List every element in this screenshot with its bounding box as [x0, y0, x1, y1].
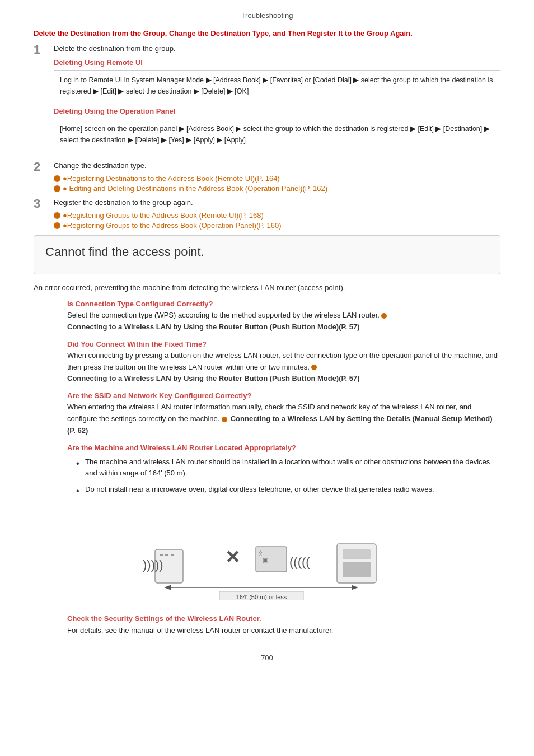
faq1-body: Select the connection type (WPS) accordi…	[67, 310, 500, 333]
check-security: Check the Security Settings of the Wirel…	[67, 614, 500, 637]
router-port3	[171, 554, 174, 556]
faq3-body: When entering the wireless LAN router in…	[67, 402, 500, 436]
step3-content: Register the destination to the group ag…	[54, 198, 500, 230]
step3-number: 3	[34, 197, 54, 211]
faq3: Are the SSID and Network Key Configured …	[67, 391, 500, 436]
printer-body	[343, 562, 371, 577]
faq4-bullet1: The machine and wireless LAN router shou…	[76, 456, 500, 480]
step2-link2[interactable]: ● Editing and Deleting Destinations in t…	[54, 184, 500, 193]
faq1: Is Connection Type Configured Correctly?…	[67, 300, 500, 333]
operation-panel-title: Deleting Using the Operation Panel	[54, 107, 500, 115]
step1-content: Delete the destination from the group. D…	[54, 44, 500, 156]
printer-top	[343, 549, 371, 559]
faq3-link-icon	[222, 417, 227, 422]
page-header: Troubleshooting	[34, 11, 500, 20]
faq2: Did You Connect Within the Fixed Time? W…	[67, 340, 500, 385]
check-title: Check the Security Settings of the Wirel…	[67, 614, 500, 623]
section1-title: Delete the Destination from the Group, C…	[34, 29, 500, 39]
header-title: Troubleshooting	[241, 11, 293, 20]
error-text: An error occurred, preventing the machin…	[34, 283, 500, 292]
faq2-link[interactable]: Connecting to a Wireless LAN by Using th…	[67, 374, 360, 382]
faq2-body: When connecting by pressing a button on …	[67, 350, 500, 385]
access-point-title: Cannot find the access point.	[45, 245, 489, 259]
operation-panel-instruction: [Home] screen on the operation panel ▶ […	[54, 119, 500, 150]
router-port1	[160, 554, 163, 556]
step1-text: Delete the destination from the group.	[54, 44, 500, 53]
step2-text: Change the destination type.	[54, 161, 500, 170]
step2-content: Change the destination type. ●Registerin…	[54, 161, 500, 193]
access-point-section: Cannot find the access point.	[34, 235, 500, 274]
step2-container: 2 Change the destination type. ●Register…	[34, 161, 500, 193]
faq3-title: Are the SSID and Network Key Configured …	[67, 391, 500, 400]
step1-number: 1	[34, 43, 54, 57]
circle-icon-1	[54, 175, 60, 182]
faq1-title: Is Connection Type Configured Correctly?	[67, 300, 500, 308]
obstacle-label: ▣	[263, 557, 268, 563]
obstacle-text: X̃	[259, 550, 263, 557]
step1-container: 1 Delete the destination from the group.…	[34, 44, 500, 156]
wifi-waves-left: )))))	[143, 558, 163, 572]
faq2-title: Did You Connect Within the Fixed Time?	[67, 340, 500, 348]
circle-icon-2	[54, 185, 60, 192]
circle-icon-4	[54, 222, 60, 229]
faq4-bullet2: Do not install near a microwave oven, di…	[76, 484, 500, 496]
step3-text: Register the destination to the group ag…	[54, 198, 500, 207]
page-number: 700	[34, 654, 500, 662]
step3-link2[interactable]: ●Registering Groups to the Address Book …	[54, 221, 500, 230]
faq4: Are the Machine and Wireless LAN Router …	[67, 444, 500, 496]
faq1-link-icon	[381, 313, 387, 319]
x-mark: ✕	[225, 547, 240, 567]
diagram-svg: ))))) ✕ ▣ X̃ ((((( 164' (50 m) or less	[138, 510, 396, 600]
circle-icon-3	[54, 212, 60, 219]
diagram-area: ))))) ✕ ▣ X̃ ((((( 164' (50 m) or less	[34, 505, 500, 605]
check-body: For details, see the manual of the wirel…	[67, 625, 500, 637]
router-port2	[165, 554, 168, 556]
faq4-title: Are the Machine and Wireless LAN Router …	[67, 444, 500, 452]
remote-ui-title: Deleting Using Remote UI	[54, 58, 500, 67]
wifi-waves-right: (((((	[289, 555, 310, 569]
faq2-link-icon	[311, 365, 317, 370]
faq4-list: The machine and wireless LAN router shou…	[76, 456, 500, 496]
step2-number: 2	[34, 160, 54, 174]
remote-ui-instruction: Log in to Remote UI in System Manager Mo…	[54, 70, 500, 101]
obstacle-box	[256, 547, 287, 572]
faq1-link[interactable]: Connecting to a Wireless LAN by Using th…	[67, 323, 360, 331]
step3-link1[interactable]: ●Registering Groups to the Address Book …	[54, 211, 500, 220]
step3-container: 3 Register the destination to the group …	[34, 198, 500, 230]
distance-label-text: 164' (50 m) or less	[236, 594, 287, 600]
step2-link1[interactable]: ●Registering Destinations to the Address…	[54, 174, 500, 183]
